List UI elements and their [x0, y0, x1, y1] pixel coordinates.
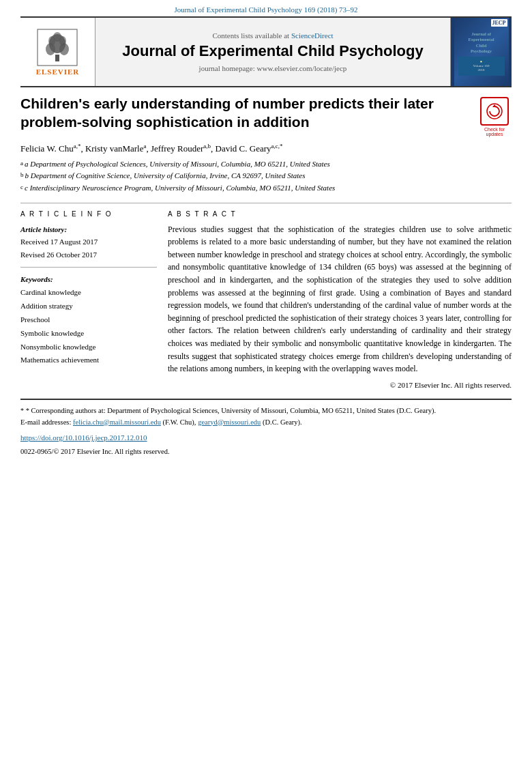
- keyword-5: Nonsymbolic knowledge: [20, 341, 157, 354]
- article-history: Article history: Received 17 August 2017…: [20, 223, 157, 261]
- elsevier-tree-icon: [37, 29, 78, 66]
- article-info-column: A R T I C L E I N F O Article history: R…: [20, 210, 157, 389]
- sup-a1: a,*: [74, 143, 81, 149]
- article-info-label: A R T I C L E I N F O: [20, 210, 157, 218]
- email1-link[interactable]: felicia.chu@mail.missouri.edu: [73, 418, 161, 426]
- elsevier-logo-area: ELSEVIER: [20, 18, 95, 86]
- keyword-6: Mathematics achievement: [20, 354, 157, 367]
- corresponding-author-note: * * Corresponding authors at: Department…: [20, 405, 512, 417]
- email2-suffix: (D.C. Geary).: [261, 418, 301, 426]
- received-date: Received 17 August 2017: [20, 235, 157, 248]
- footnotes-section: * * Corresponding authors at: Department…: [20, 405, 512, 458]
- email2-link[interactable]: gearyd@missouri.edu: [198, 418, 261, 426]
- jecp-badge: JECP: [491, 19, 507, 27]
- jecp-cover-image: JECP Journal ofExperimentalChildPsycholo…: [454, 18, 509, 86]
- journal-homepage: journal homepage: www.elsevier.com/locat…: [199, 64, 347, 72]
- svg-point-7: [53, 32, 61, 42]
- aff-text-b: b Department of Cognitive Science, Unive…: [25, 170, 306, 182]
- check-updates-text: Check for updates: [477, 127, 512, 137]
- svg-rect-1: [55, 55, 59, 61]
- check-updates-icon: [480, 97, 509, 126]
- article-body-two-col: A R T I C L E I N F O Article history: R…: [20, 203, 512, 389]
- aff-text-c: c Interdisciplinary Neuroscience Program…: [25, 182, 335, 195]
- author-david: David C. Geary: [216, 143, 271, 154]
- author-felicia: Felicia W. Chu: [20, 143, 74, 154]
- affiliation-c: c c Interdisciplinary Neuroscience Progr…: [20, 182, 512, 195]
- elsevier-text: ELSEVIER: [36, 68, 80, 76]
- star-symbol: *: [20, 407, 24, 414]
- sciencedirect-link[interactable]: ScienceDirect: [291, 31, 334, 40]
- email1-suffix: (F.W. Chu),: [161, 418, 196, 426]
- main-content: Children's early understanding of number…: [20, 87, 512, 389]
- abstract-label: A B S T R A C T: [168, 210, 512, 218]
- aff-letter-b: b: [20, 170, 24, 182]
- history-label: Article history:: [20, 223, 157, 236]
- keywords-label: Keywords:: [20, 273, 157, 287]
- aff-letter-a: a: [20, 158, 23, 171]
- journal-info-center: Contents lists available at ScienceDirec…: [95, 18, 450, 86]
- keyword-4: Symbolic knowledge: [20, 327, 157, 341]
- affiliation-a: a a Department of Psychological Sciences…: [20, 158, 512, 171]
- doi-link[interactable]: https://doi.org/10.1016/j.jecp.2017.12.0…: [20, 432, 512, 444]
- svg-marker-9: [492, 104, 497, 107]
- journal-title: Journal of Experimental Child Psychology: [122, 42, 423, 60]
- bottom-divider: [20, 399, 512, 400]
- aff-letter-c: c: [20, 182, 23, 195]
- jecp-cover-area: JECP Journal ofExperimentalChildPsycholo…: [450, 18, 512, 86]
- check-updates-badge: Check for updates: [477, 97, 512, 137]
- aff-text-a: a Department of Psychological Sciences, …: [25, 158, 330, 171]
- sup-a2: a: [143, 143, 146, 149]
- sup-ab: a,b: [203, 143, 211, 149]
- revised-date: Revised 26 October 2017: [20, 248, 157, 261]
- abstract-text: Previous studies suggest that the sophis…: [168, 223, 512, 375]
- info-divider: [20, 267, 157, 268]
- email-line: E-mail addresses: felicia.chu@mail.misso…: [20, 417, 512, 429]
- copyright-line: © 2017 Elsevier Inc. All rights reserved…: [168, 381, 512, 389]
- top-journal-text: Journal of Experimental Child Psychology…: [174, 5, 357, 14]
- elsevier-logo: ELSEVIER: [36, 29, 80, 76]
- affiliation-b: b b Department of Cognitive Science, Uni…: [20, 170, 512, 182]
- contents-line: Contents lists available at ScienceDirec…: [212, 31, 333, 40]
- authors-line: Felicia W. Chua,*, Kristy vanMarlea, Jef…: [20, 142, 512, 156]
- keyword-3: Preschool: [20, 313, 157, 327]
- keyword-1: Cardinal knowledge: [20, 286, 157, 300]
- issn-line: 0022-0965/© 2017 Elsevier Inc. All right…: [20, 446, 512, 458]
- sup-ac: a,c,*: [271, 143, 283, 149]
- author-kristy: Kristy vanMarle: [85, 143, 144, 154]
- journal-header: ELSEVIER Contents lists available at Sci…: [20, 16, 512, 87]
- corresponding-text: * Corresponding authors at: Department o…: [26, 407, 437, 414]
- abstract-column: A B S T R A C T Previous studies suggest…: [168, 210, 512, 389]
- article-title-section: Children's early understanding of number…: [20, 94, 512, 137]
- author-jeffrey: Jeffrey Rouder: [151, 143, 203, 154]
- article-title: Children's early understanding of number…: [20, 94, 469, 132]
- top-journal-reference: Journal of Experimental Child Psychology…: [0, 0, 532, 16]
- keyword-2: Addition strategy: [20, 300, 157, 313]
- email-label: E-mail addresses:: [20, 418, 71, 426]
- check-updates-svg-icon: [485, 102, 504, 121]
- keywords-section: Keywords: Cardinal knowledge Addition st…: [20, 273, 157, 368]
- affiliations: a a Department of Psychological Sciences…: [20, 158, 512, 195]
